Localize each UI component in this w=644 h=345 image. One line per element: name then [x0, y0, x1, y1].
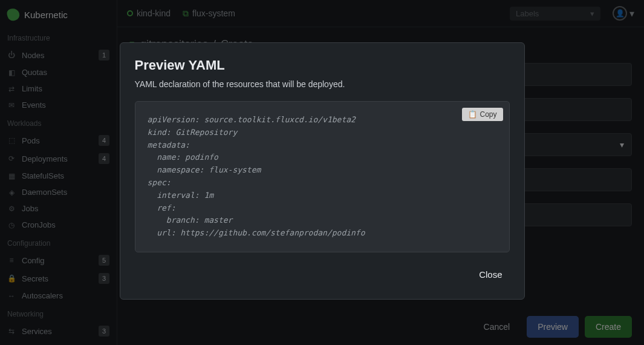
yaml-content: apiVersion: source.toolkit.fluxcd.io/v1b…: [148, 115, 365, 237]
copy-button[interactable]: 📋Copy: [462, 108, 503, 121]
clipboard-icon: 📋: [468, 110, 477, 119]
modal-title: Preview YAML: [135, 58, 510, 73]
preview-yaml-modal: Preview YAML YAML declaration of the res…: [120, 42, 525, 300]
modal-overlay[interactable]: Preview YAML YAML declaration of the res…: [0, 0, 644, 345]
yaml-preview: 📋CopyapiVersion: source.toolkit.fluxcd.i…: [135, 101, 510, 252]
modal-subtitle: YAML declaration of the resources that w…: [135, 79, 510, 89]
close-button[interactable]: Close: [472, 264, 509, 284]
